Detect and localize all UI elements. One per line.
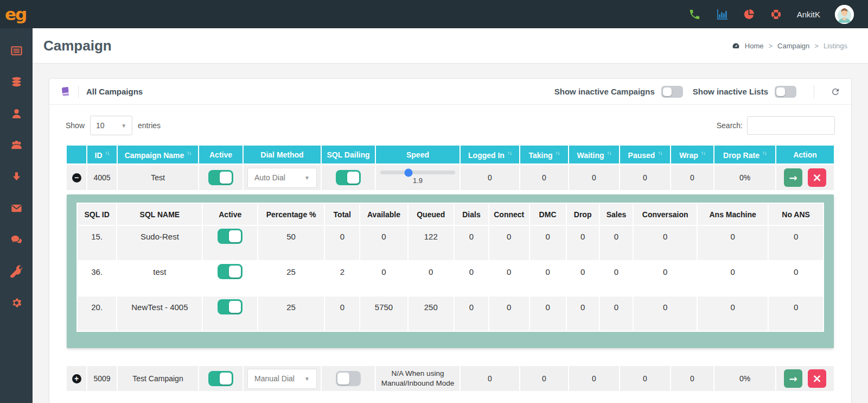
sidebar-item-mail[interactable]: [0, 192, 33, 224]
inactive-campaigns-toggle[interactable]: [661, 86, 683, 98]
sub-col-header-sql-name: SQL NAME: [117, 204, 202, 225]
campaign-active-toggle[interactable]: [208, 371, 233, 386]
campaign-active-cell: [199, 366, 242, 391]
campaign-row: + 5009 Test Campaign Manual Dial ▼: [67, 366, 834, 391]
breadcrumb-campaign[interactable]: Campaign: [777, 42, 809, 50]
col-header-logged-in[interactable]: Logged In↑↓: [461, 146, 519, 163]
go-to-campaign-button[interactable]: →: [784, 168, 802, 187]
campaign-name-cell: Test: [118, 165, 198, 190]
sql-lists-panel: SQL IDSQL NAMEActivePercentage %TotalAva…: [67, 194, 834, 348]
go-to-campaign-button[interactable]: →: [784, 369, 802, 388]
sql-active-toggle[interactable]: [218, 299, 242, 314]
sql-stat-cell: 0: [530, 297, 566, 331]
inactive-lists-toggle[interactable]: [775, 86, 796, 98]
sql-dialing-cell: [322, 165, 375, 190]
sub-col-header-queued: Queued: [409, 204, 454, 225]
topbar: eg AnkitK: [0, 0, 868, 28]
page-size-value: 10: [96, 121, 105, 130]
table-controls: Show 10 ▼ entries Search:: [66, 116, 835, 135]
campaign-active-cell: [199, 165, 242, 190]
slider-track[interactable]: [380, 171, 455, 174]
paused-cell: 0: [620, 366, 670, 391]
phone-icon[interactable]: [688, 8, 701, 21]
sql-dialing-toggle[interactable]: [336, 170, 361, 185]
toggle-knob: [229, 230, 241, 242]
sql-stat-cell: 0: [325, 226, 359, 260]
toggle-knob: [337, 373, 349, 385]
sql-dialing-toggle[interactable]: [336, 371, 361, 386]
sql-stat-cell: 5750: [360, 297, 407, 331]
sql-stat-cell: 122: [409, 226, 454, 260]
settings-icon: [10, 297, 23, 309]
sub-col-header-percentage: Percentage %: [258, 204, 324, 225]
campaign-active-toggle[interactable]: [208, 170, 233, 185]
sub-col-header-dmc: DMC: [530, 204, 566, 225]
sidebar-item-campaigns[interactable]: [0, 35, 33, 66]
mail-icon: [10, 202, 23, 215]
dial-method-cell: Manual Dial ▼: [244, 366, 321, 391]
page-header: Campaign Home > Campaign > Listings: [33, 28, 868, 63]
dial-method-select[interactable]: Auto Dial ▼: [247, 168, 317, 188]
sidebar-item-download[interactable]: [0, 161, 33, 192]
sub-col-header-sales: Sales: [600, 204, 633, 225]
col-header-taking[interactable]: Taking↑↓: [520, 146, 568, 163]
campaign-name-cell: Test Campaign: [118, 366, 198, 391]
delete-campaign-button[interactable]: ×: [808, 168, 826, 187]
slider-knob[interactable]: [405, 168, 413, 177]
col-header-paused[interactable]: Paused↑↓: [620, 146, 670, 163]
sql-active-toggle[interactable]: [218, 264, 242, 279]
sidebar-item-chat[interactable]: [0, 224, 33, 255]
dial-method-select[interactable]: Manual Dial ▼: [247, 369, 317, 389]
sql-stat-cell: 25: [258, 297, 324, 331]
campaign-row: − 4005 Test Auto Dial ▼: [67, 165, 834, 190]
sql-active-toggle[interactable]: [218, 229, 242, 244]
brand-logo[interactable]: eg: [0, 1, 34, 27]
expand-row-button[interactable]: +: [72, 374, 81, 383]
sidebar-item-settings[interactable]: [0, 287, 33, 318]
toggle-knob: [663, 87, 672, 96]
sql-stat-cell: 0: [360, 226, 407, 260]
sql-stat-cell: 0: [769, 226, 823, 260]
user-name[interactable]: AnkitK: [797, 10, 820, 19]
breadcrumb-home[interactable]: Home: [745, 42, 764, 50]
sql-stat-cell: 25: [258, 261, 324, 295]
table-header-row: ID↑↓Campaign Name↑↓ActiveDial MethodSQL …: [67, 146, 834, 163]
search-input[interactable]: [747, 116, 835, 135]
sql-stat-cell: 0: [325, 297, 359, 331]
sort-icon: ↑↓: [507, 150, 512, 156]
bar-chart-icon[interactable]: [716, 8, 728, 21]
col-header-wrap[interactable]: Wrap↑↓: [671, 146, 713, 163]
delete-campaign-button[interactable]: ×: [808, 369, 826, 388]
dial-method-value: Auto Dial: [254, 173, 285, 182]
collapse-row-button[interactable]: −: [72, 173, 81, 182]
card-header: All Campaigns Show inactive Campaigns Sh…: [49, 79, 851, 105]
refresh-icon[interactable]: [831, 87, 840, 97]
col-header-campaign-name[interactable]: Campaign Name↑↓: [118, 146, 198, 163]
campaigns-card: All Campaigns Show inactive Campaigns Sh…: [49, 78, 852, 403]
avatar[interactable]: [835, 5, 854, 24]
sql-stat-cell: 0: [567, 297, 599, 331]
col-header-dial-method: Dial Method: [244, 146, 321, 163]
col-header-drop-rate[interactable]: Drop Rate↑↓: [714, 146, 775, 163]
speed-slider[interactable]: 1.9: [380, 171, 455, 185]
sql-stat-cell: 0: [409, 261, 454, 295]
sidebar-item-tools[interactable]: [0, 255, 33, 287]
dial-method-value: Manual Dial: [254, 374, 295, 383]
caret-down-icon: ▼: [304, 376, 310, 382]
col-header-waiting[interactable]: Waiting↑↓: [569, 146, 619, 163]
pie-chart-icon[interactable]: [743, 8, 755, 21]
sidebar-item-database[interactable]: [0, 66, 33, 98]
support-ring-icon[interactable]: [770, 8, 782, 21]
paused-cell: 0: [620, 165, 670, 190]
sidebar-item-user[interactable]: [0, 98, 33, 129]
sql-stat-cell: 0: [698, 226, 768, 260]
sort-icon: ↑↓: [701, 150, 705, 156]
sql-stat-cell: 250: [409, 297, 454, 331]
page-size-select[interactable]: 10 ▼: [90, 116, 132, 135]
sub-col-header-sql-id: SQL ID: [78, 204, 116, 225]
sql-stat-cell: 0: [455, 261, 488, 295]
col-header-id[interactable]: ID↑↓: [87, 146, 117, 163]
sort-icon: ↑↓: [187, 150, 191, 156]
sidebar-item-users[interactable]: [0, 129, 33, 161]
card-title: All Campaigns: [86, 87, 143, 96]
